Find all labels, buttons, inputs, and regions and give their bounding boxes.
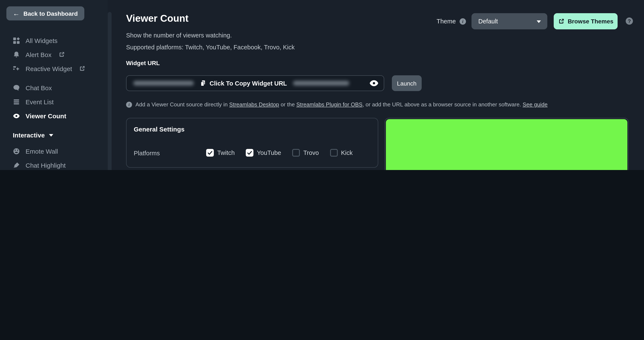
back-arrow-icon: ← xyxy=(13,10,20,17)
blurred-url-left xyxy=(133,81,194,85)
see-guide-link[interactable]: See guide xyxy=(522,101,548,108)
platforms-label: Platforms xyxy=(134,150,160,157)
highlighter-icon xyxy=(13,162,20,169)
external-link-icon xyxy=(558,18,564,24)
back-to-dashboard-button[interactable]: ← Back to Dashboard xyxy=(6,6,84,20)
help-icon[interactable]: ? xyxy=(626,17,633,25)
launch-button[interactable]: Launch xyxy=(392,75,422,91)
browse-themes-label: Browse Themes xyxy=(568,18,614,25)
unchecked-checkbox-icon xyxy=(292,149,300,157)
theme-selected-value: Default xyxy=(478,18,498,25)
sidebar-item-emote-wall[interactable]: Emote Wall xyxy=(0,144,108,158)
platform-label: YouTube xyxy=(257,149,281,156)
widget-url-field[interactable]: Click To Copy Widget URL xyxy=(126,75,384,91)
list-icon xyxy=(13,98,20,105)
platform-checkbox-twitch[interactable]: Twitch xyxy=(206,149,235,157)
supported-platforms-text: Supported platforms: Twitch, YouTube, Fa… xyxy=(126,44,295,51)
theme-label: Theme xyxy=(436,18,456,25)
widgets-icon xyxy=(13,37,20,44)
browse-themes-button[interactable]: Browse Themes xyxy=(554,13,618,29)
sidebar-item-label: Event List xyxy=(26,98,54,105)
viewer-count-settings-page: ← Back to Dashboard All WidgetsAlert Box… xyxy=(0,0,644,170)
emote-icon xyxy=(13,148,20,155)
sidebar-section-interactive[interactable]: Interactive xyxy=(0,128,108,142)
note-text: or the xyxy=(279,101,296,108)
platform-label: Twitch xyxy=(217,149,235,156)
page-description: Show the number of viewers watching. xyxy=(126,32,232,39)
sidebar-item-label: Reactive Widget xyxy=(26,65,72,72)
chat-icon xyxy=(13,84,20,91)
sidebar-item-event-list[interactable]: Event List xyxy=(0,95,108,109)
theme-select[interactable]: Default xyxy=(472,13,547,29)
note-text: Add a Viewer Count source directly in xyxy=(136,101,229,108)
reveal-url-eye-icon[interactable] xyxy=(370,80,378,86)
back-button-label: Back to Dashboard xyxy=(24,10,78,17)
page-title: Viewer Count xyxy=(126,13,188,24)
chevron-down-icon xyxy=(537,20,541,23)
copy-url-label: Click To Copy Widget URL xyxy=(210,80,287,87)
sidebar-item-label: Chat Box xyxy=(26,84,52,91)
sidebar-item-label: All Widgets xyxy=(26,37,58,44)
sidebar-item-alert-box[interactable]: Alert Box xyxy=(0,48,108,62)
platform-label: Trovo xyxy=(303,149,319,156)
section-label: Interactive xyxy=(13,131,45,139)
sidebar-item-reactive-widget[interactable]: Reactive Widget xyxy=(0,62,108,76)
sidebar-item-viewer-count[interactable]: Viewer Count xyxy=(0,109,108,123)
blurred-url-right xyxy=(293,81,349,85)
platform-checkbox-trovo[interactable]: Trovo xyxy=(292,149,319,157)
platform-label: Kick xyxy=(341,149,353,156)
bell-icon xyxy=(13,51,20,58)
theme-info-icon[interactable]: i xyxy=(460,18,466,25)
preview-card: 1020 Background Color i #00FF00 xyxy=(384,118,629,170)
streamlabs-desktop-link[interactable]: Streamlabs Desktop xyxy=(229,101,279,108)
sidebar-item-label: Alert Box xyxy=(26,51,52,58)
checked-checkbox-icon xyxy=(206,149,214,157)
eye-icon xyxy=(13,112,20,120)
sidebar-scrollbar[interactable] xyxy=(108,12,112,170)
platform-checkbox-kick[interactable]: Kick xyxy=(330,149,353,157)
external-link-icon xyxy=(79,65,85,72)
general-settings-card: General Settings Platforms TwitchYouTube… xyxy=(126,118,378,168)
sidebar-item-all-widgets[interactable]: All Widgets xyxy=(0,34,108,48)
setup-note: i Add a Viewer Count source directly in … xyxy=(126,101,548,108)
copy-icon xyxy=(200,80,206,86)
checked-checkbox-icon xyxy=(246,149,254,157)
sidebar-item-label: Viewer Count xyxy=(26,112,66,120)
widget-preview: 1020 xyxy=(386,119,628,170)
external-link-icon xyxy=(58,51,65,58)
platforms-checkbox-group: TwitchYouTubeTrovoKick xyxy=(206,149,353,157)
sidebar-item-chat-highlight[interactable]: Chat Highlight xyxy=(0,158,108,170)
info-icon: i xyxy=(126,101,132,107)
widget-url-label: Widget URL xyxy=(126,59,160,66)
chevron-down-icon xyxy=(49,134,53,136)
sidebar-item-chat-box[interactable]: Chat Box xyxy=(0,81,108,95)
sidebar-scrollbar-thumb[interactable] xyxy=(108,12,112,170)
unchecked-checkbox-icon xyxy=(330,149,338,157)
general-settings-title: General Settings xyxy=(134,125,184,133)
note-text: , or add the URL above as a browser sour… xyxy=(362,101,522,108)
sidebar-nav: All WidgetsAlert BoxReactive WidgetChat … xyxy=(0,34,108,170)
platform-checkbox-youtube[interactable]: YouTube xyxy=(246,149,281,157)
reactive-icon xyxy=(13,65,20,72)
sidebar: ← Back to Dashboard All WidgetsAlert Box… xyxy=(0,0,108,170)
streamlabs-obs-plugin-link[interactable]: Streamlabs Plugin for OBS xyxy=(296,101,362,108)
sidebar-item-label: Chat Highlight xyxy=(26,162,66,169)
sidebar-item-label: Emote Wall xyxy=(26,148,58,155)
